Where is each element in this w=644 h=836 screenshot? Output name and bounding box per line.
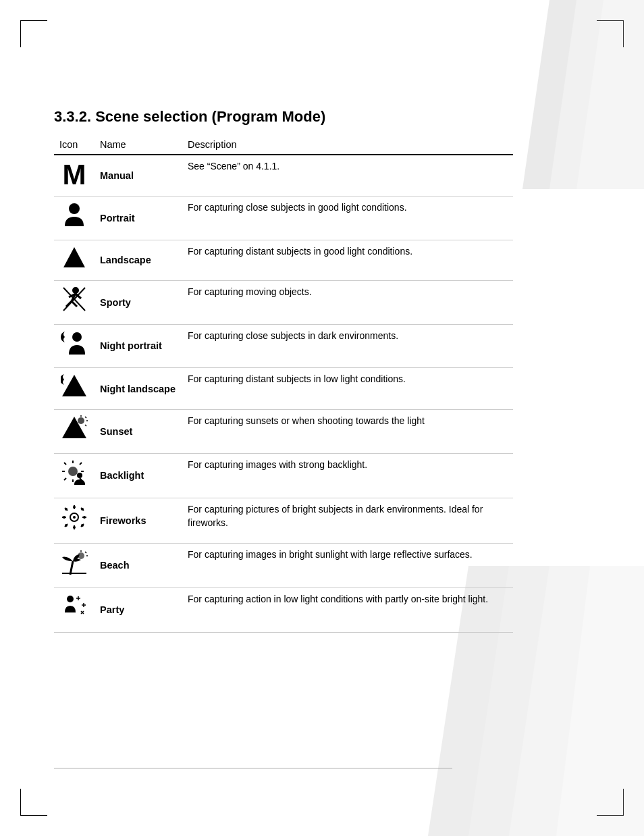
svg-point-49: [65, 508, 68, 511]
name-sporty: Sporty: [95, 281, 182, 324]
table-row: PortraitFor capturing close subjects in …: [54, 197, 513, 240]
icon-night-landscape: [54, 367, 95, 409]
corner-mark-tl: [20, 20, 47, 47]
corner-mark-tr: [597, 20, 624, 47]
icon-manual: M: [54, 155, 95, 197]
scene-selection-table: Icon Name Description MManualSee “Scene”…: [54, 136, 513, 633]
name-sunset: Sunset: [95, 410, 182, 453]
name-beach: Beach: [95, 543, 182, 587]
icon-sporty: [54, 281, 95, 324]
table-row: Night portraitFor capturing close subjec…: [54, 324, 513, 367]
description-portrait: For capturing close subjects in good lig…: [182, 197, 513, 240]
svg-line-22: [85, 417, 86, 418]
header-description: Description: [182, 136, 513, 155]
name-party: Party: [95, 587, 182, 632]
svg-point-44: [73, 516, 76, 519]
table-row: BeachFor capturing images in bright sunl…: [54, 543, 513, 587]
main-content: 3.3.2. Scene selection (Program Mode) Ic…: [54, 108, 513, 633]
table-row: PartyFor capturing action in low light c…: [54, 587, 513, 632]
description-fireworks: For capturing pictures of bright subject…: [182, 498, 513, 543]
svg-point-46: [73, 526, 76, 529]
description-sunset: For capturing sunsets or when shooting t…: [182, 410, 513, 453]
svg-line-27: [80, 463, 82, 465]
description-night-portrait: For capturing close subjects in dark env…: [182, 324, 513, 367]
svg-point-52: [81, 524, 84, 527]
svg-point-48: [83, 516, 86, 519]
svg-point-50: [81, 508, 84, 511]
svg-point-20: [78, 417, 84, 424]
icon-landscape: [54, 240, 95, 280]
name-night-portrait: Night portrait: [95, 324, 182, 367]
name-manual: Manual: [95, 155, 182, 197]
svg-point-45: [73, 506, 76, 508]
bottom-divider: [54, 768, 452, 768]
icon-backlight: [54, 453, 95, 498]
svg-point-59: [67, 596, 74, 602]
table-header-row: Icon Name Description: [54, 136, 513, 155]
icon-beach: [54, 543, 95, 587]
icon-party: [54, 587, 95, 632]
svg-line-33: [64, 463, 66, 465]
svg-marker-8: [63, 247, 85, 267]
description-manual: See “Scene” on 4.1.1.: [182, 155, 513, 197]
name-night-landscape: Night landscape: [95, 367, 182, 409]
svg-point-9: [72, 287, 79, 294]
header-name: Name: [95, 136, 182, 155]
svg-line-55: [85, 552, 86, 553]
svg-marker-0: [522, 0, 644, 189]
svg-marker-18: [62, 375, 86, 396]
corner-mark-br: [597, 789, 624, 816]
table-row: SunsetFor capturing sunsets or when shoo…: [54, 410, 513, 453]
table-row: FireworksFor capturing pictures of brigh…: [54, 498, 513, 543]
icon-fireworks: [54, 498, 95, 543]
table-row: BacklightFor capturing images with stron…: [54, 453, 513, 498]
description-night-landscape: For capturing distant subjects in low li…: [182, 367, 513, 409]
svg-point-25: [68, 467, 78, 476]
svg-line-24: [85, 425, 86, 426]
svg-point-7: [69, 203, 80, 214]
description-sporty: For capturing moving objects.: [182, 281, 513, 324]
description-beach: For capturing images in bright sunlight …: [182, 543, 513, 587]
name-fireworks: Fireworks: [95, 498, 182, 543]
svg-point-17: [72, 332, 82, 342]
corner-mark-bl: [20, 789, 47, 816]
icon-portrait: [54, 197, 95, 240]
svg-point-51: [65, 524, 68, 527]
svg-line-31: [64, 478, 66, 480]
table-row: SportyFor capturing moving objects.: [54, 281, 513, 324]
name-portrait: Portrait: [95, 197, 182, 240]
table-row: MManualSee “Scene” on 4.1.1.: [54, 155, 513, 197]
svg-point-47: [63, 516, 65, 519]
svg-point-34: [77, 473, 82, 478]
description-landscape: For capturing distant subjects in good l…: [182, 240, 513, 280]
icon-night-portrait: [54, 324, 95, 367]
header-icon: Icon: [54, 136, 95, 155]
icon-sunset: [54, 410, 95, 453]
description-party: For capturing action in low light condit…: [182, 587, 513, 632]
description-backlight: For capturing images with strong backlig…: [182, 453, 513, 498]
name-backlight: Backlight: [95, 453, 182, 498]
name-landscape: Landscape: [95, 240, 182, 280]
table-row: LandscapeFor capturing distant subjects …: [54, 240, 513, 280]
table-row: Night landscapeFor capturing distant sub…: [54, 367, 513, 409]
svg-marker-5: [509, 566, 644, 836]
section-title: 3.3.2. Scene selection (Program Mode): [54, 108, 513, 126]
